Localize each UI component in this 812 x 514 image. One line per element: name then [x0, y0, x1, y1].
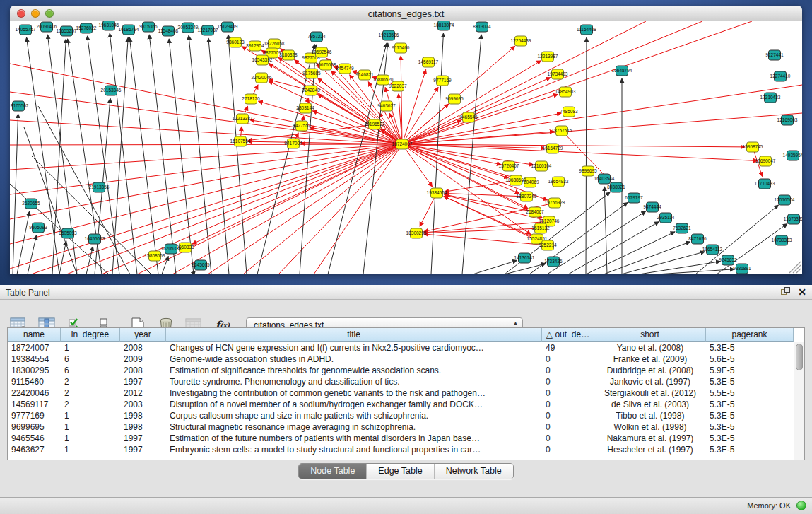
graph-node[interactable]: 2935114 — [657, 213, 675, 223]
graph-node[interactable]: 10655257 — [57, 26, 77, 36]
graph-node[interactable]: 15808653 — [145, 251, 165, 261]
table-row[interactable]: 1938455462009Genome-wide association stu… — [8, 354, 794, 365]
column-header[interactable]: short — [594, 328, 706, 342]
table-panel-header[interactable]: Table Panel ✕ — [0, 285, 812, 300]
graph-node[interactable]: 12254439 — [511, 36, 531, 46]
graph-node[interactable]: 20676608 — [316, 60, 336, 70]
graph-node[interactable]: 21913355 — [89, 182, 110, 192]
network-canvas[interactable]: 1405575720091406106552571527602219631046… — [10, 21, 802, 274]
graph-node[interactable]: 19654923 — [548, 177, 569, 187]
graph-node[interactable]: 16186794 — [119, 25, 139, 35]
table-row[interactable]: 1456911722003Disruption of a novel membe… — [8, 399, 794, 410]
graph-node[interactable]: 14569117 — [418, 57, 439, 67]
table-row[interactable]: 946362711997Embryonic stem cells: a mode… — [8, 444, 794, 455]
graph-node[interactable]: 2620655 — [22, 199, 40, 209]
column-header[interactable]: in_degree — [61, 328, 120, 342]
tab-node-table[interactable]: Node Table — [299, 464, 367, 479]
graph-node[interactable]: 18226058 — [264, 39, 285, 49]
graph-node[interactable]: 9227441 — [765, 50, 784, 60]
graph-node[interactable]: 15720407 — [499, 161, 519, 171]
graph-node[interactable]: 19218586 — [379, 30, 399, 40]
graph-node[interactable]: 8938921 — [607, 182, 625, 192]
graph-node[interactable]: 9417004 — [284, 139, 302, 148]
graph-node[interactable]: 8912954 — [246, 41, 264, 51]
graph-node[interactable]: 20091406 — [37, 22, 57, 32]
table-row[interactable]: 946554611997Estimation of the future num… — [8, 433, 794, 444]
table-row[interactable]: 969969511998Structural magnetic resonanc… — [8, 421, 794, 433]
graph-node[interactable]: 15123419 — [218, 22, 238, 32]
graph-node[interactable]: 1615132 — [531, 223, 550, 233]
graph-node[interactable]: 2718120 — [242, 94, 260, 104]
graph-node[interactable]: 12274410 — [770, 71, 791, 81]
graph-node[interactable]: 2684067 — [526, 207, 544, 217]
graph-node[interactable]: 8454749 — [336, 64, 354, 74]
column-header[interactable]: year — [120, 328, 166, 342]
graph-node[interactable]: 17016504 — [775, 195, 795, 205]
resize-grip[interactable] — [787, 260, 802, 274]
graph-node[interactable]: 9505093 — [29, 223, 47, 233]
graph-node[interactable]: 11548408 — [158, 26, 179, 36]
graph-node[interactable]: 20153346 — [101, 86, 122, 95]
graph-node[interactable]: 19631046 — [99, 21, 119, 30]
graph-node[interactable]: 18757515 — [552, 126, 572, 136]
graph-node[interactable]: 9315366 — [139, 22, 158, 32]
graph-node[interactable]: 12213987 — [538, 52, 558, 62]
column-header[interactable]: △ out_de… — [542, 328, 594, 342]
graph-node[interactable]: 17210433 — [760, 93, 781, 103]
table-vertical-scrollbar[interactable] — [794, 342, 804, 460]
graph-node[interactable]: 7485083 — [560, 107, 578, 117]
tab-edge-table[interactable]: Edge Table — [367, 464, 434, 479]
graph-node[interactable]: 8813074 — [473, 22, 491, 32]
table-row[interactable]: 911546021997Tourette syndrome. Phenomeno… — [8, 376, 794, 387]
graph-node[interactable]: 12160104 — [531, 161, 552, 171]
graph-node[interactable]: 11675333 — [784, 214, 802, 224]
graph-node[interactable]: 8505093 — [59, 228, 77, 238]
column-header[interactable]: name — [8, 328, 61, 342]
graph-node[interactable]: 9115460 — [392, 43, 410, 53]
network-window[interactable]: citations_edges.txt 14055757200914061065… — [10, 6, 802, 274]
graph-node[interactable]: 9146821 — [355, 70, 374, 80]
graph-node[interactable]: 18813074 — [434, 21, 454, 30]
close-panel-icon[interactable]: ✕ — [798, 287, 806, 297]
graph-node[interactable]: 19756928 — [545, 198, 565, 208]
graph-node[interactable]: 15958745 — [743, 142, 763, 152]
network-window-titlebar[interactable]: citations_edges.txt — [10, 6, 802, 21]
graph-node[interactable]: 6679197 — [625, 193, 643, 203]
graph-node[interactable]: 14055757 — [16, 25, 36, 35]
graph-node[interactable]: 1733426 — [544, 257, 563, 267]
graph-node[interactable]: 20053349 — [178, 23, 199, 33]
graph-node[interactable]: 14854903 — [555, 87, 576, 97]
graph-node[interactable]: 9245652 — [719, 255, 737, 265]
graph-node[interactable]: 12169063 — [777, 115, 798, 125]
table-row[interactable]: 1872400712008Changes of HCN gene express… — [8, 342, 794, 354]
tab-network-table[interactable]: Network Table — [435, 464, 513, 479]
table-row[interactable]: 1830029562008Estimation of significance … — [8, 365, 794, 376]
column-header[interactable]: pagerank — [706, 328, 794, 342]
graph-node[interactable]: 9699695 — [445, 94, 464, 104]
table-row[interactable]: 977716911998Corpus callosum shape and si… — [8, 410, 794, 421]
graph-node[interactable]: 9474444 — [643, 202, 661, 212]
table-row[interactable]: 2242004622012Investigating the contribut… — [8, 387, 794, 399]
graph-node[interactable]: 9381891 — [733, 264, 751, 274]
graph-node[interactable]: 7632621 — [673, 223, 691, 233]
graph-node[interactable]: 9242848 — [302, 86, 320, 95]
graph-node[interactable]: 12217087 — [198, 25, 218, 35]
graph-node[interactable]: 10455093 — [85, 234, 105, 244]
graph-node[interactable]: 18300295 — [406, 228, 427, 238]
scrollbar-thumb[interactable] — [796, 344, 803, 370]
graph-node[interactable]: 17710433 — [755, 179, 775, 189]
float-panel-icon[interactable] — [781, 287, 791, 297]
graph-node[interactable]: 9175685 — [302, 69, 321, 78]
graph-node[interactable]: 9245605 — [192, 260, 210, 270]
graph-node[interactable]: 9777169 — [433, 76, 452, 86]
graph-node[interactable]: 11154408 — [577, 25, 596, 35]
graph-node[interactable]: 9860123 — [226, 37, 245, 47]
graph-node[interactable]: 18807249 — [517, 192, 537, 201]
graph-node[interactable]: 10654112 — [702, 245, 723, 255]
column-header[interactable]: title — [166, 328, 542, 342]
graph-node[interactable]: 14935954 — [783, 151, 802, 160]
graph-node[interactable]: 18105502 — [10, 101, 29, 111]
graph-node[interactable]: 8186328 — [279, 50, 298, 60]
graph-node[interactable]: 9899695 — [579, 166, 597, 176]
graph-node[interactable]: 9252214 — [539, 240, 557, 250]
